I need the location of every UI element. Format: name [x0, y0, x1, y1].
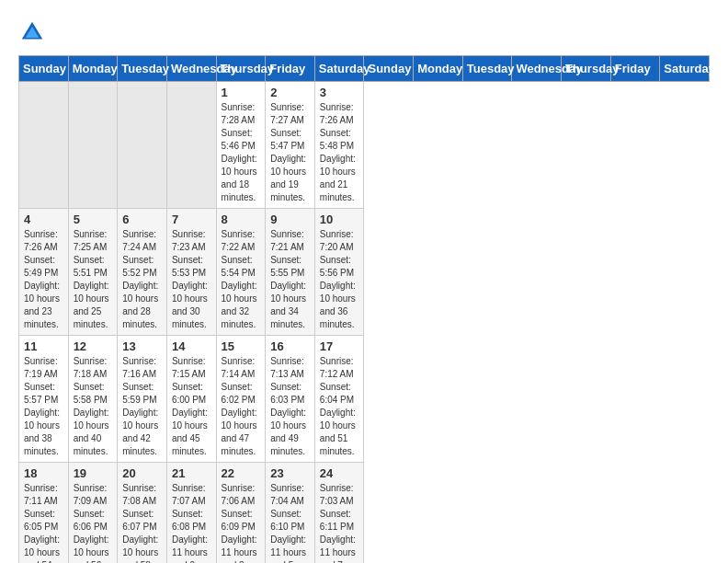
calendar-week-row: 4Sunrise: 7:26 AM Sunset: 5:49 PM Daylig… — [19, 209, 710, 336]
day-number: 2 — [270, 86, 310, 99]
day-number: 4 — [24, 213, 63, 226]
day-info: Sunrise: 7:15 AM Sunset: 6:00 PM Dayligh… — [172, 355, 211, 458]
day-number: 20 — [122, 466, 162, 480]
day-header-wednesday: Wednesday — [166, 56, 216, 82]
day-number: 12 — [74, 339, 113, 353]
day-number: 22 — [222, 466, 261, 480]
day-header-tuesday: Tuesday — [462, 56, 512, 82]
day-info: Sunrise: 7:11 AM Sunset: 6:05 PM Dayligh… — [24, 482, 63, 563]
calendar-cell: 3Sunrise: 7:26 AM Sunset: 5:48 PM Daylig… — [314, 82, 364, 209]
day-info: Sunrise: 7:16 AM Sunset: 5:59 PM Dayligh… — [122, 355, 162, 458]
day-info: Sunrise: 7:20 AM Sunset: 5:56 PM Dayligh… — [320, 228, 359, 331]
day-info: Sunrise: 7:03 AM Sunset: 6:11 PM Dayligh… — [320, 482, 359, 563]
day-info: Sunrise: 7:04 AM Sunset: 6:10 PM Dayligh… — [270, 482, 310, 563]
calendar-cell: 18Sunrise: 7:11 AM Sunset: 6:05 PM Dayli… — [19, 463, 69, 564]
day-info: Sunrise: 7:12 AM Sunset: 6:04 PM Dayligh… — [320, 355, 359, 458]
day-number: 11 — [24, 339, 63, 353]
day-info: Sunrise: 7:09 AM Sunset: 6:06 PM Dayligh… — [74, 482, 113, 563]
day-info: Sunrise: 7:06 AM Sunset: 6:09 PM Dayligh… — [222, 482, 261, 563]
day-number: 16 — [270, 339, 310, 353]
day-info: Sunrise: 7:13 AM Sunset: 6:03 PM Dayligh… — [270, 355, 310, 458]
day-info: Sunrise: 7:22 AM Sunset: 5:54 PM Dayligh… — [222, 228, 261, 331]
day-number: 8 — [222, 213, 261, 226]
logo-icon — [18, 18, 46, 46]
logo — [18, 18, 48, 46]
day-info: Sunrise: 7:14 AM Sunset: 6:02 PM Dayligh… — [222, 355, 261, 458]
calendar-cell: 16Sunrise: 7:13 AM Sunset: 6:03 PM Dayli… — [266, 336, 315, 463]
calendar-cell: 23Sunrise: 7:04 AM Sunset: 6:10 PM Dayli… — [266, 463, 315, 564]
calendar-week-row: 18Sunrise: 7:11 AM Sunset: 6:05 PM Dayli… — [19, 463, 710, 564]
day-info: Sunrise: 7:26 AM Sunset: 5:48 PM Dayligh… — [320, 101, 359, 204]
day-header-sunday: Sunday — [364, 56, 414, 82]
day-header-friday: Friday — [266, 56, 315, 82]
page-header — [18, 18, 710, 46]
day-number: 21 — [172, 466, 211, 480]
day-number: 1 — [222, 86, 261, 99]
day-header-friday: Friday — [610, 56, 660, 82]
day-number: 7 — [172, 213, 211, 226]
day-header-monday: Monday — [414, 56, 463, 82]
day-header-tuesday: Tuesday — [118, 56, 167, 82]
calendar-cell: 5Sunrise: 7:25 AM Sunset: 5:51 PM Daylig… — [68, 209, 118, 336]
calendar-cell: 14Sunrise: 7:15 AM Sunset: 6:00 PM Dayli… — [166, 336, 216, 463]
calendar-week-row: 11Sunrise: 7:19 AM Sunset: 5:57 PM Dayli… — [19, 336, 710, 463]
day-header-monday: Monday — [68, 56, 118, 82]
day-header-saturday: Saturday — [660, 56, 710, 82]
day-info: Sunrise: 7:07 AM Sunset: 6:08 PM Dayligh… — [172, 482, 211, 563]
calendar-cell: 10Sunrise: 7:20 AM Sunset: 5:56 PM Dayli… — [314, 209, 364, 336]
calendar-cell — [118, 82, 167, 209]
day-number: 5 — [74, 213, 113, 226]
day-info: Sunrise: 7:21 AM Sunset: 5:55 PM Dayligh… — [270, 228, 310, 331]
calendar-cell: 19Sunrise: 7:09 AM Sunset: 6:06 PM Dayli… — [68, 463, 118, 564]
calendar-cell: 4Sunrise: 7:26 AM Sunset: 5:49 PM Daylig… — [19, 209, 69, 336]
day-info: Sunrise: 7:27 AM Sunset: 5:47 PM Dayligh… — [270, 101, 310, 204]
day-info: Sunrise: 7:19 AM Sunset: 5:57 PM Dayligh… — [24, 355, 63, 458]
day-info: Sunrise: 7:25 AM Sunset: 5:51 PM Dayligh… — [74, 228, 113, 331]
calendar-cell: 21Sunrise: 7:07 AM Sunset: 6:08 PM Dayli… — [166, 463, 216, 564]
day-header-sunday: Sunday — [19, 56, 69, 82]
calendar-cell: 13Sunrise: 7:16 AM Sunset: 5:59 PM Dayli… — [118, 336, 167, 463]
day-info: Sunrise: 7:24 AM Sunset: 5:52 PM Dayligh… — [122, 228, 162, 331]
calendar-cell: 24Sunrise: 7:03 AM Sunset: 6:11 PM Dayli… — [314, 463, 364, 564]
calendar-cell: 20Sunrise: 7:08 AM Sunset: 6:07 PM Dayli… — [118, 463, 167, 564]
calendar-cell: 8Sunrise: 7:22 AM Sunset: 5:54 PM Daylig… — [216, 209, 266, 336]
calendar-cell: 22Sunrise: 7:06 AM Sunset: 6:09 PM Dayli… — [216, 463, 266, 564]
day-number: 23 — [270, 466, 310, 480]
day-info: Sunrise: 7:08 AM Sunset: 6:07 PM Dayligh… — [122, 482, 162, 563]
day-header-thursday: Thursday — [562, 56, 611, 82]
calendar-cell — [19, 82, 69, 209]
day-header-thursday: Thursday — [216, 56, 266, 82]
day-number: 10 — [320, 213, 359, 226]
calendar-cell: 11Sunrise: 7:19 AM Sunset: 5:57 PM Dayli… — [19, 336, 69, 463]
day-number: 17 — [320, 339, 359, 353]
calendar-cell: 12Sunrise: 7:18 AM Sunset: 5:58 PM Dayli… — [68, 336, 118, 463]
calendar-table: SundayMondayTuesdayWednesdayThursdayFrid… — [18, 55, 710, 563]
day-number: 14 — [172, 339, 211, 353]
day-info: Sunrise: 7:28 AM Sunset: 5:46 PM Dayligh… — [222, 101, 261, 204]
day-header-wednesday: Wednesday — [512, 56, 562, 82]
calendar-cell: 9Sunrise: 7:21 AM Sunset: 5:55 PM Daylig… — [266, 209, 315, 336]
day-number: 15 — [222, 339, 261, 353]
day-info: Sunrise: 7:26 AM Sunset: 5:49 PM Dayligh… — [24, 228, 63, 331]
day-number: 18 — [24, 466, 63, 480]
day-header-saturday: Saturday — [314, 56, 364, 82]
calendar-week-row: 1Sunrise: 7:28 AM Sunset: 5:46 PM Daylig… — [19, 82, 710, 209]
calendar-header-row: SundayMondayTuesdayWednesdayThursdayFrid… — [19, 56, 710, 82]
day-number: 13 — [122, 339, 162, 353]
calendar-cell: 1Sunrise: 7:28 AM Sunset: 5:46 PM Daylig… — [216, 82, 266, 209]
calendar-cell — [166, 82, 216, 209]
calendar-cell: 15Sunrise: 7:14 AM Sunset: 6:02 PM Dayli… — [216, 336, 266, 463]
calendar-cell: 17Sunrise: 7:12 AM Sunset: 6:04 PM Dayli… — [314, 336, 364, 463]
calendar-cell: 7Sunrise: 7:23 AM Sunset: 5:53 PM Daylig… — [166, 209, 216, 336]
day-number: 24 — [320, 466, 359, 480]
day-number: 3 — [320, 86, 359, 99]
day-number: 19 — [74, 466, 113, 480]
calendar-cell — [68, 82, 118, 209]
calendar-cell: 2Sunrise: 7:27 AM Sunset: 5:47 PM Daylig… — [266, 82, 315, 209]
day-info: Sunrise: 7:18 AM Sunset: 5:58 PM Dayligh… — [74, 355, 113, 458]
day-number: 9 — [270, 213, 310, 226]
day-number: 6 — [122, 213, 162, 226]
day-info: Sunrise: 7:23 AM Sunset: 5:53 PM Dayligh… — [172, 228, 211, 331]
calendar-cell: 6Sunrise: 7:24 AM Sunset: 5:52 PM Daylig… — [118, 209, 167, 336]
